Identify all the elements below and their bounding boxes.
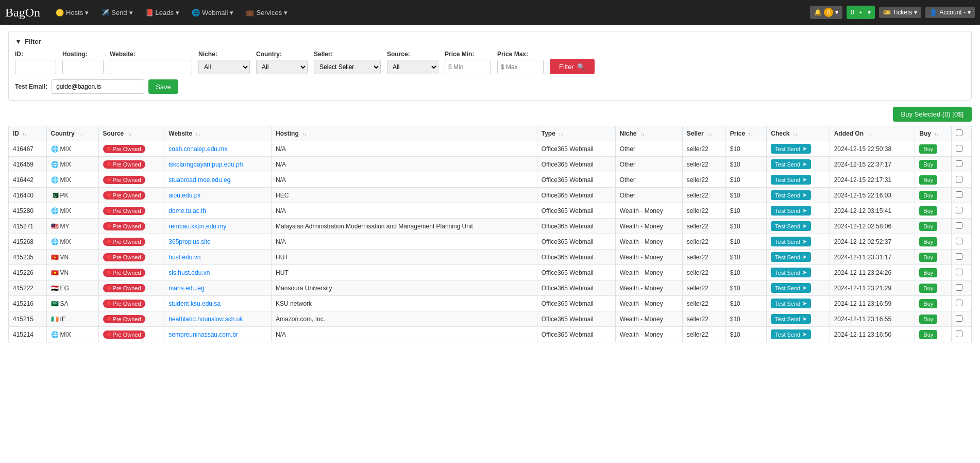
cell-checkbox[interactable] bbox=[952, 296, 972, 311]
filter-toggle[interactable]: ▼ Filter bbox=[15, 38, 965, 45]
tickets-button[interactable]: 🎫 Tickets ▾ bbox=[879, 7, 922, 18]
cell-checkbox[interactable] bbox=[952, 327, 972, 342]
th-country[interactable]: Country ↑↓ bbox=[46, 126, 98, 141]
cell-check[interactable]: Test Send ➤ bbox=[767, 250, 830, 265]
cell-checkbox[interactable] bbox=[952, 234, 972, 250]
row-checkbox[interactable] bbox=[956, 330, 962, 337]
id-input[interactable] bbox=[15, 60, 56, 74]
row-checkbox[interactable] bbox=[956, 191, 962, 198]
test-send-button[interactable]: Test Send ➤ bbox=[771, 268, 811, 277]
test-send-button[interactable]: Test Send ➤ bbox=[771, 190, 811, 200]
buy-button[interactable]: Buy bbox=[919, 237, 937, 246]
test-send-button[interactable]: Test Send ➤ bbox=[771, 252, 811, 262]
row-checkbox[interactable] bbox=[956, 300, 962, 306]
cell-buy[interactable]: Buy bbox=[915, 311, 952, 327]
nav-webmail[interactable]: 🌐 Webmail ▾ bbox=[187, 6, 239, 20]
price-max-input[interactable] bbox=[497, 60, 544, 74]
cell-checkbox[interactable] bbox=[952, 188, 972, 203]
cell-check[interactable]: Test Send ➤ bbox=[767, 172, 830, 188]
row-checkbox[interactable] bbox=[956, 207, 962, 213]
notifications-button[interactable]: 🔔 0 ▾ bbox=[810, 6, 842, 19]
buy-button[interactable]: Buy bbox=[919, 206, 937, 216]
test-send-button[interactable]: Test Send ➤ bbox=[771, 237, 811, 246]
cell-checkbox[interactable] bbox=[952, 311, 972, 327]
cell-check[interactable]: Test Send ➤ bbox=[767, 234, 830, 250]
test-send-button[interactable]: Test Send ➤ bbox=[771, 329, 811, 339]
test-send-button[interactable]: Test Send ➤ bbox=[771, 314, 811, 324]
website-link[interactable]: sis.hust.edu.vn bbox=[168, 269, 210, 276]
cell-check[interactable]: Test Send ➤ bbox=[767, 219, 830, 234]
cell-checkbox[interactable] bbox=[952, 157, 972, 172]
th-price[interactable]: Price ↑↓ bbox=[725, 126, 767, 141]
nav-leads[interactable]: 📕 Leads ▾ bbox=[140, 6, 184, 20]
hosting-input[interactable] bbox=[62, 60, 104, 74]
cell-website[interactable]: sis.hust.edu.vn bbox=[164, 265, 272, 280]
website-link[interactable]: heathland.hounslow.sch.uk bbox=[168, 316, 243, 323]
cell-check[interactable]: Test Send ➤ bbox=[767, 157, 830, 172]
row-checkbox[interactable] bbox=[956, 145, 962, 152]
cell-buy[interactable]: Buy bbox=[915, 203, 952, 219]
cell-website[interactable]: rembau.kktm.edu.my bbox=[164, 219, 272, 234]
cell-website[interactable]: student.ksu.edu.sa bbox=[164, 296, 272, 311]
th-select-all[interactable] bbox=[952, 126, 972, 141]
buy-button[interactable]: Buy bbox=[919, 330, 937, 339]
th-type[interactable]: Type ↑↓ bbox=[537, 126, 615, 141]
test-send-button[interactable]: Test Send ➤ bbox=[771, 159, 811, 169]
select-all-checkbox[interactable] bbox=[956, 129, 962, 136]
cell-checkbox[interactable] bbox=[952, 203, 972, 219]
row-checkbox[interactable] bbox=[956, 176, 962, 183]
cell-website[interactable]: 365proplus.site bbox=[164, 234, 272, 250]
green-counter-button[interactable]: 0 + ▾ bbox=[847, 6, 875, 19]
cell-checkbox[interactable] bbox=[952, 280, 972, 296]
test-send-button[interactable]: Test Send ➤ bbox=[771, 221, 811, 231]
buy-button[interactable]: Buy bbox=[919, 191, 937, 200]
row-checkbox[interactable] bbox=[956, 160, 962, 167]
row-checkbox[interactable] bbox=[956, 238, 962, 244]
website-link[interactable]: dome.tu.ac.th bbox=[168, 207, 206, 214]
cell-website[interactable]: hust.edu.vn bbox=[164, 250, 272, 265]
buy-button[interactable]: Buy bbox=[919, 284, 937, 293]
th-added-on[interactable]: Added On ↑↓ bbox=[830, 126, 915, 141]
cell-check[interactable]: Test Send ➤ bbox=[767, 265, 830, 280]
website-link[interactable]: sempreuninassau.com.br bbox=[168, 331, 238, 338]
cell-check[interactable]: Test Send ➤ bbox=[767, 203, 830, 219]
website-link[interactable]: hust.edu.vn bbox=[168, 254, 200, 261]
source-select[interactable]: All bbox=[387, 60, 438, 74]
cell-buy[interactable]: Buy bbox=[915, 172, 952, 188]
buy-selected-button[interactable]: Buy Selected (0) [0$] bbox=[893, 107, 972, 122]
row-checkbox[interactable] bbox=[956, 315, 962, 322]
th-niche[interactable]: Niche ↑↓ bbox=[615, 126, 682, 141]
website-link[interactable]: 365proplus.site bbox=[168, 238, 210, 245]
buy-button[interactable]: Buy bbox=[919, 268, 937, 277]
cell-website[interactable]: aiou.edu.pk bbox=[164, 188, 272, 203]
cell-buy[interactable]: Buy bbox=[915, 188, 952, 203]
test-email-input[interactable] bbox=[52, 79, 144, 94]
cell-check[interactable]: Test Send ➤ bbox=[767, 327, 830, 342]
cell-buy[interactable]: Buy bbox=[915, 234, 952, 250]
cell-check[interactable]: Test Send ➤ bbox=[767, 141, 830, 157]
row-checkbox[interactable] bbox=[956, 269, 962, 275]
cell-checkbox[interactable] bbox=[952, 141, 972, 157]
cell-website[interactable]: mans.edu.eg bbox=[164, 280, 272, 296]
test-send-button[interactable]: Test Send ➤ bbox=[771, 299, 811, 308]
th-seller[interactable]: Seller ↑↓ bbox=[682, 126, 725, 141]
country-select[interactable]: All bbox=[256, 60, 308, 74]
account-button[interactable]: 👤 Account - ▾ bbox=[925, 7, 975, 18]
row-checkbox[interactable] bbox=[956, 222, 962, 229]
website-link[interactable]: iskolarngbayan.pup.edu.ph bbox=[168, 161, 243, 168]
cell-buy[interactable]: Buy bbox=[915, 296, 952, 311]
test-send-button[interactable]: Test Send ➤ bbox=[771, 206, 811, 216]
row-checkbox[interactable] bbox=[956, 253, 962, 260]
test-send-button[interactable]: Test Send ➤ bbox=[771, 175, 811, 185]
buy-button[interactable]: Buy bbox=[919, 299, 937, 308]
cell-buy[interactable]: Buy bbox=[915, 141, 952, 157]
seller-select[interactable]: Select Seller bbox=[314, 60, 381, 74]
niche-select[interactable]: All bbox=[198, 60, 250, 74]
cell-check[interactable]: Test Send ➤ bbox=[767, 311, 830, 327]
cell-check[interactable]: Test Send ➤ bbox=[767, 188, 830, 203]
cell-website[interactable]: dome.tu.ac.th bbox=[164, 203, 272, 219]
th-id[interactable]: ID ↑↓ bbox=[9, 126, 47, 141]
website-link[interactable]: stuabroad.moe.edu.eg bbox=[168, 176, 230, 184]
th-website[interactable]: Website ↑↓ bbox=[164, 126, 272, 141]
cell-buy[interactable]: Buy bbox=[915, 219, 952, 234]
